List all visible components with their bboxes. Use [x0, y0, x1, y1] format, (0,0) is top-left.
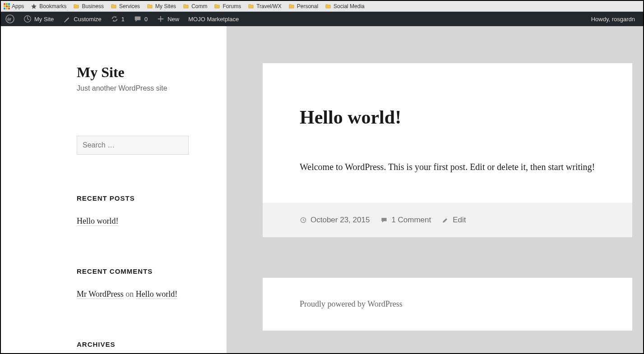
wp-admin-bar-left: My Site Customize 1 0 New MOJO Marketpla…	[1, 12, 243, 26]
browser-bookmarks-bar: Apps Bookmarks Business Services My Site…	[1, 1, 643, 12]
adminbar-new[interactable]: New	[152, 12, 184, 26]
pencil-icon	[442, 216, 449, 224]
footer-link[interactable]: Proudly powered by WordPress	[300, 299, 403, 308]
star-icon	[30, 3, 37, 9]
post-meta: October 23, 2015 1 Comment Edit	[263, 203, 632, 237]
site-tagline: Just another WordPress site	[77, 84, 191, 92]
adminbar-howdy-label: Howdy, rosgardn	[591, 16, 635, 23]
recent-comments-title: RECENT COMMENTS	[77, 267, 191, 275]
brush-icon	[63, 15, 71, 23]
plus-icon	[157, 15, 165, 23]
bookmarks-apps-label: Apps	[12, 3, 24, 9]
folder-icon	[73, 3, 80, 9]
clock-icon	[300, 216, 307, 224]
archives-title: ARCHIVES	[77, 340, 191, 348]
adminbar-updates[interactable]: 1	[106, 12, 129, 26]
adminbar-mysite[interactable]: My Site	[19, 12, 58, 26]
comment-icon	[380, 216, 388, 224]
post-comments[interactable]: 1 Comment	[380, 216, 431, 225]
bookmark-item-bookmarks[interactable]: Bookmarks	[30, 3, 66, 9]
folder-icon	[182, 3, 190, 9]
recent-posts-title: RECENT POSTS	[77, 194, 191, 202]
bookmarks-apps[interactable]: Apps	[4, 3, 24, 9]
bookmark-label: My Sites	[155, 3, 176, 9]
svg-point-0	[6, 15, 14, 23]
bookmark-label: Travel/WX	[256, 3, 282, 9]
recent-comment-author[interactable]: Mr WordPress	[77, 290, 124, 299]
wp-admin-bar: My Site Customize 1 0 New MOJO Marketpla…	[1, 12, 643, 26]
archives-widget: ARCHIVES October 2015	[77, 340, 191, 354]
post-edit[interactable]: Edit	[442, 216, 466, 225]
bookmark-label: Social Media	[334, 3, 365, 9]
bookmark-label: Services	[119, 3, 140, 9]
recent-comment-post[interactable]: Hello world!	[136, 290, 177, 299]
site-footer: Proudly powered by WordPress	[263, 278, 632, 331]
adminbar-comments[interactable]: 0	[129, 12, 152, 26]
folder-icon	[247, 3, 255, 9]
apps-grid-icon	[4, 3, 10, 9]
wp-logo[interactable]	[1, 12, 19, 26]
site-title[interactable]: My Site	[77, 64, 191, 81]
bookmark-label: Comm	[191, 3, 207, 9]
recent-post-link[interactable]: Hello world!	[77, 216, 118, 226]
adminbar-new-label: New	[167, 16, 179, 23]
recent-comment-on: on	[124, 290, 136, 299]
folder-icon	[288, 3, 295, 9]
dashboard-icon	[23, 15, 32, 23]
recent-comments-widget: RECENT COMMENTS Mr WordPress on Hello wo…	[77, 267, 191, 301]
post-comments-label: 1 Comment	[391, 216, 431, 225]
adminbar-customize[interactable]: Customize	[58, 12, 106, 26]
bookmark-item-travel[interactable]: Travel/WX	[247, 3, 282, 9]
post-body: Welcome to WordPress. This is your first…	[300, 160, 595, 174]
post-content: Hello world! Welcome to WordPress. This …	[263, 63, 632, 203]
adminbar-customize-label: Customize	[74, 16, 101, 23]
folder-icon	[213, 3, 221, 9]
bookmark-item-business[interactable]: Business	[73, 3, 104, 9]
bookmark-label: Business	[82, 3, 104, 9]
bookmark-item-mysites[interactable]: My Sites	[146, 3, 176, 9]
bookmark-item-comm[interactable]: Comm	[182, 3, 207, 9]
folder-icon	[146, 3, 153, 9]
bookmark-label: Forums	[222, 3, 241, 9]
adminbar-mojo[interactable]: MOJO Marketplace	[184, 12, 243, 26]
post-edit-label: Edit	[453, 216, 466, 225]
post-title[interactable]: Hello world!	[300, 106, 595, 128]
adminbar-updates-count: 1	[121, 16, 125, 23]
folder-icon	[110, 3, 117, 9]
folder-icon	[324, 3, 332, 9]
site: My Site Just another WordPress site RECE…	[1, 26, 643, 353]
sidebar: My Site Just another WordPress site RECE…	[1, 26, 227, 353]
content-area: Hello world! Welcome to WordPress. This …	[227, 26, 643, 353]
bookmark-item-socialmedia[interactable]: Social Media	[324, 3, 365, 9]
search-widget	[77, 136, 191, 155]
bookmark-item-forums[interactable]: Forums	[213, 3, 241, 9]
adminbar-howdy[interactable]: Howdy, rosgardn	[587, 12, 639, 26]
post: Hello world! Welcome to WordPress. This …	[263, 63, 632, 237]
adminbar-comments-count: 0	[144, 16, 148, 23]
bookmark-item-personal[interactable]: Personal	[288, 3, 318, 9]
bookmark-label: Personal	[297, 3, 318, 9]
bookmark-label: Bookmarks	[39, 3, 66, 9]
post-date-label: October 23, 2015	[310, 216, 370, 225]
adminbar-mojo-label: MOJO Marketplace	[188, 16, 239, 23]
wordpress-icon	[5, 14, 14, 23]
recent-posts-widget: RECENT POSTS Hello world!	[77, 194, 191, 228]
adminbar-mysite-label: My Site	[34, 16, 54, 23]
update-icon	[111, 15, 119, 23]
comment-icon	[134, 15, 142, 23]
post-date[interactable]: October 23, 2015	[300, 216, 370, 225]
bookmark-item-services[interactable]: Services	[110, 3, 140, 9]
search-input[interactable]	[77, 136, 189, 155]
